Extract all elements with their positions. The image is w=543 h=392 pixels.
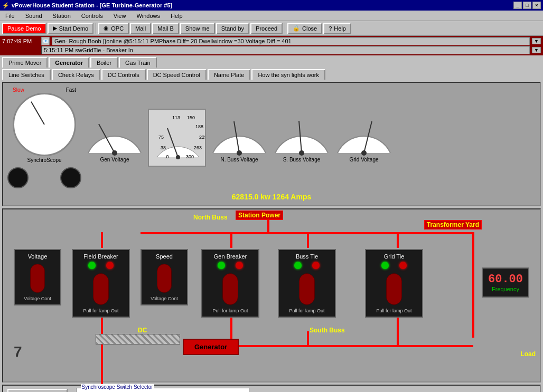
sep1 [96, 23, 96, 34]
time-display: 7:07:49 PM [2, 38, 39, 44]
fast-label: Fast [66, 87, 76, 93]
speed-title: Speed [156, 253, 173, 260]
close-button[interactable]: × [532, 2, 541, 9]
gauge-panel: Slow Fast SynchroScope Gen Voltage [2, 82, 541, 206]
gauges-row: Slow Fast SynchroScope Gen Voltage [7, 87, 536, 188]
north-bus-h [141, 232, 368, 234]
menu-station[interactable]: Station [50, 12, 74, 20]
synchroscope-gauge: Slow Fast SynchroScope [7, 87, 81, 188]
title-text: vPowerHouse Student Station - [GE Turbin… [12, 2, 172, 8]
gen-voltage-gauge: Gen Voltage [86, 113, 144, 162]
bus-v-grid [397, 232, 399, 248]
power-readout: 62815.0 kw 1264 Amps [7, 193, 536, 201]
standby-button[interactable]: Stand by [216, 23, 249, 34]
tab-dc-speed[interactable]: DC Speed Control [147, 69, 207, 80]
frequency-label: Frequency [487, 286, 524, 292]
gen-breaker-shape [222, 273, 238, 305]
s-buss-svg [273, 113, 331, 156]
svg-text:263: 263 [194, 145, 202, 150]
gen-breaker-title: Gen Breaker [214, 253, 247, 260]
synchroscope-button[interactable]: ◉ SynchroScope [7, 389, 68, 392]
south-bus-h [304, 345, 473, 347]
message-1: Gen- Rough Boob |}online @5:15:11 PMPhas… [52, 37, 530, 45]
svg-point-15 [237, 150, 242, 156]
buss-breaker-shape [299, 273, 315, 305]
field-breaker-box: Field Breaker Pull for lamp Out [72, 249, 130, 318]
svg-point-19 [361, 150, 367, 156]
station-power-label: Station Power [236, 211, 283, 220]
menu-controls[interactable]: Controls [78, 12, 106, 20]
field-breaker-shape [93, 273, 109, 305]
start-demo-button[interactable]: ▶ Start Demo [48, 23, 94, 34]
synchro-circle [13, 93, 76, 156]
gen-breaker-box: Gen Breaker Pull for lamp Out [201, 249, 259, 318]
showme-button[interactable]: Show me [180, 23, 215, 34]
north-buss-label: North Buss [193, 214, 228, 221]
grid-voltage-svg [335, 113, 393, 156]
toolbar: Pause Demo ▶ Start Demo ◉ OPC Mail Mail … [0, 21, 543, 36]
pfload-gauge: 150 188 225 263 300 75 38 .0 113 [148, 109, 206, 167]
buss-led-green [294, 262, 302, 269]
synchro-panel: ◉ SynchroScope Synchroscope Switch Selec… [2, 385, 541, 392]
gen-led-red [236, 262, 243, 269]
grid-led-row [381, 262, 407, 269]
grid-breaker-shape [386, 273, 402, 305]
tab-prime-mover[interactable]: Prime Mover [2, 57, 48, 68]
help-button[interactable]: ? Help [323, 23, 351, 34]
tab-generator[interactable]: Generator [49, 57, 89, 68]
transformer-v [472, 232, 474, 338]
svg-text:300: 300 [186, 154, 194, 159]
field-led-red [106, 262, 114, 269]
menu-help[interactable]: Help [167, 12, 186, 20]
tab-dc-controls[interactable]: DC Controls [101, 69, 146, 80]
grid-led-green [381, 262, 389, 269]
buss-led-row [294, 262, 320, 269]
msg-arrow-2[interactable]: ▼ [532, 47, 541, 53]
tab-gas-train[interactable]: Gas Train [119, 57, 157, 68]
field-breaker-title: Field Breaker [83, 253, 118, 260]
n-buss-label: N. Buss Voltage [220, 157, 258, 162]
message-2: 5:15:11 PM swGridTie - Breaker In [41, 46, 530, 54]
proceed-button[interactable]: Proceed [250, 23, 283, 34]
menu-windows[interactable]: Windows [133, 12, 163, 20]
tab-syn-lights[interactable]: How the syn lights work [251, 69, 325, 80]
mail-button[interactable]: Mail [130, 23, 151, 34]
gen-voltage-label: Gen Voltage [100, 157, 129, 162]
svg-point-17 [299, 150, 304, 156]
restore-button[interactable]: □ [523, 2, 531, 9]
menu-file[interactable]: File [2, 12, 18, 20]
svg-text:75: 75 [158, 135, 164, 140]
mailb-button[interactable]: Mail B [152, 23, 179, 34]
menu-bar: File Sound Station Controls View Windows… [0, 11, 543, 21]
msg-arrow-1[interactable]: ▼ [532, 38, 541, 44]
voltage-sub-label: Voltage Cont [24, 296, 51, 301]
tab-name-plate[interactable]: Name Plate [208, 69, 250, 80]
pause-demo-button[interactable]: Pause Demo [2, 23, 46, 34]
tab-row-2: Line Switches Check Relays DC Controls D… [0, 68, 543, 80]
svg-text:188: 188 [195, 124, 203, 129]
app-icon: ⚡ [2, 2, 10, 9]
voltage-title: Voltage [28, 253, 48, 260]
opc-button[interactable]: ◉ OPC [98, 23, 129, 34]
minimize-button[interactable]: _ [513, 2, 522, 9]
sep2 [285, 23, 285, 34]
synchro-label: SynchroScope [27, 157, 61, 163]
menu-sound[interactable]: Sound [22, 12, 45, 20]
station-power-v [267, 220, 269, 233]
buss-tie-box: Buss Tie Pull for lamp Out [278, 249, 336, 318]
pfload-svg: 150 188 225 263 300 75 38 .0 113 [149, 110, 206, 167]
s-buss-label: S. Buss Voltage [283, 157, 321, 162]
close-icon: 🔒 [293, 25, 300, 32]
menu-view[interactable]: View [110, 12, 129, 20]
gen-voltage-svg [86, 113, 144, 156]
start-icon: ▶ [53, 25, 57, 32]
tab-line-switches[interactable]: Line Switches [2, 69, 51, 80]
black-circle-left [7, 167, 29, 188]
tab-check-relays[interactable]: Check Relays [52, 69, 100, 80]
tab-boiler[interactable]: Boiler [90, 57, 118, 68]
close-button-toolbar[interactable]: 🔒 Close [287, 23, 322, 34]
speed-box: Speed Voltage Cont [141, 249, 188, 305]
transformer-yard-label: Transformer Yard [424, 220, 482, 230]
speed-sub-label: Voltage Cont [151, 296, 178, 301]
speed-breaker-shape [157, 264, 172, 293]
